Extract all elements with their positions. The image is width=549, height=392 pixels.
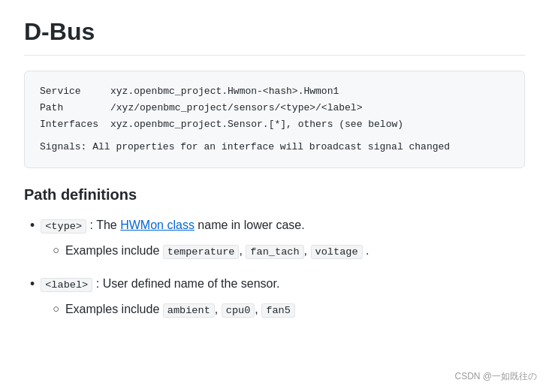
label-code: <label> xyxy=(41,278,92,292)
path-definitions-list: • <type> : The HWMon class name in lower… xyxy=(24,216,525,323)
hwmon-class-link[interactable]: HWMon class xyxy=(120,219,195,231)
voltage-code: voltage xyxy=(311,245,363,259)
path-definitions-title: Path definitions xyxy=(24,186,525,204)
label-sub-list: ○ Examples include ambient, cpu0, fan5 xyxy=(53,300,295,319)
interfaces-value: xyz.openbmc_project.Sensor.[*], others (… xyxy=(110,116,403,133)
examples-period: . xyxy=(366,244,369,257)
sub-item: ○ Examples include ambient, cpu0, fan5 xyxy=(53,300,295,319)
bullet-icon: • xyxy=(30,274,35,294)
title-divider xyxy=(24,55,525,56)
service-value: xyz.openbmc_project.Hwmon-<hash>.Hwmon1 xyxy=(110,83,403,100)
dbus-code-block: Service xyz.openbmc_project.Hwmon-<hash>… xyxy=(24,71,525,168)
cpu0-code: cpu0 xyxy=(222,303,255,318)
bullet-content: <type> : The HWMon class name in lower c… xyxy=(41,216,369,265)
sub-content: Examples include temperature, fan_tach, … xyxy=(65,241,370,261)
page-title: D-Bus xyxy=(24,18,525,46)
signals-text: Signals: All properties for an interface… xyxy=(40,139,509,155)
temperature-code: temperature xyxy=(163,245,240,259)
sub-bullet-icon: ○ xyxy=(53,300,59,318)
sub-bullet-icon: ○ xyxy=(53,241,59,259)
interfaces-label: Interfaces xyxy=(40,116,110,133)
examples-text-2: Examples include xyxy=(65,303,163,315)
type-text-middle: : The xyxy=(90,219,121,231)
label-text: : User defined name of the sensor. xyxy=(96,277,280,290)
fan-tach-code: fan_tach xyxy=(246,245,303,259)
type-sub-list: ○ Examples include temperature, fan_tach… xyxy=(53,241,369,261)
sub-content: Examples include ambient, cpu0, fan5 xyxy=(65,300,295,319)
type-code: <type> xyxy=(41,219,86,234)
bullet-icon: • xyxy=(30,216,35,235)
list-item: • <type> : The HWMon class name in lower… xyxy=(30,216,525,265)
service-label: Service xyxy=(40,83,110,100)
list-item: • <label> : User defined name of the sen… xyxy=(30,274,525,324)
path-label: Path xyxy=(40,100,110,116)
sub-item: ○ Examples include temperature, fan_tach… xyxy=(53,241,369,261)
path-value: /xyz/openbmc_project/sensors/<type>/<lab… xyxy=(110,100,403,116)
fan5-code: fan5 xyxy=(261,303,295,318)
type-text-after: name in lower case. xyxy=(198,219,304,231)
examples-text: Examples include xyxy=(65,244,163,257)
watermark: CSDN @一如既往の xyxy=(454,370,537,383)
ambient-code: ambient xyxy=(163,303,215,318)
bullet-content: <label> : User defined name of the senso… xyxy=(41,274,295,324)
